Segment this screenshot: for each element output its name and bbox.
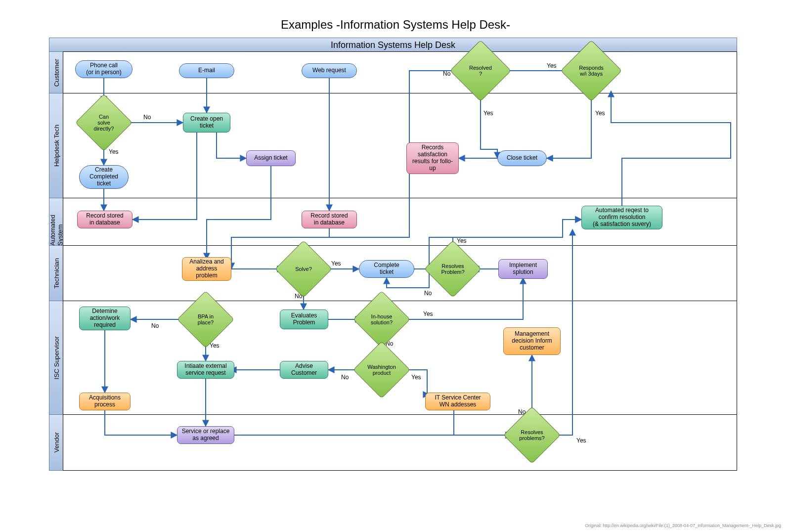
edge-label: Yes (576, 437, 586, 444)
node-completed: CreateCompletedticket (79, 165, 129, 189)
edge-label: Yes (483, 110, 493, 117)
edge-label: Yes (109, 148, 119, 155)
node-service: Service or replaceas agreed (177, 426, 234, 444)
node-closeticket: Close ticket (497, 150, 547, 166)
node-acquisitions: Acquisitionsprocess (79, 393, 131, 410)
lane-header-auto: Automated System (49, 198, 64, 246)
edge-label: No (443, 70, 450, 77)
edge-label: Yes (210, 342, 220, 349)
edge-label: No (424, 290, 432, 297)
lane-header-helpdesk: Helpdesk Tech (49, 93, 64, 199)
lane-header-vendor: Vendor (49, 414, 64, 471)
credit-text: Original: http://en.wikipedia.org/wiki/F… (585, 523, 781, 528)
node-analyze: Analizea andaddressproblem (182, 257, 231, 281)
node-autoreq: Automated reqest toconfirm resolution(& … (581, 206, 662, 229)
node-itservice: IT Service CenterWN addesses (425, 393, 490, 410)
node-resolvesprob: ResolvesProblem? (433, 249, 473, 289)
page-title: Examples -Information Systems Help Desk- (0, 18, 791, 32)
lane-body (63, 51, 737, 94)
edge-label: No (151, 322, 159, 329)
edge-label: Yes (331, 260, 341, 267)
edge-label: Yes (595, 110, 605, 117)
node-cansolve: Cansolvedirectly? (84, 102, 124, 143)
diagram-canvas: Examples -Information Systems Help Desk-… (0, 0, 791, 532)
node-satisfaction: Recordssatisfactionresults for follo-up (406, 142, 459, 174)
node-email: E-mail (179, 63, 234, 78)
node-record2: Record storedin database (302, 211, 357, 228)
node-initiate: Intiaate externalservice request (177, 361, 234, 379)
node-assign: Assign ticket (246, 150, 296, 166)
node-responds: Respondsw/i 3days (570, 49, 613, 92)
node-openticket: Create openticket (183, 113, 230, 133)
edge-label: No (341, 374, 349, 381)
edge-label: Yes (547, 62, 557, 69)
node-mgmt: Managementdecision Informcustomer (503, 327, 561, 355)
node-completetkt: Completeticket (359, 260, 414, 278)
node-evaluates: EvaluatesProblem (280, 310, 328, 329)
lane-body (63, 93, 737, 199)
edge-label: Yes (423, 310, 433, 317)
node-advise: AdviseCustomer (280, 361, 328, 379)
node-inhouse: In-housesolution? (361, 299, 402, 340)
node-phone: Phone call(or in person) (75, 60, 132, 78)
node-record1: Record storedin database (77, 211, 132, 228)
node-resolved: Resolved? (459, 49, 502, 92)
edge-label: Yes (457, 237, 467, 244)
lane-header-isc: ISC Supervisor (49, 301, 64, 415)
node-web: Web request (302, 63, 357, 78)
lane-header-customer: Customer (49, 51, 64, 94)
node-determine: Detemineaction/workrequired (79, 307, 131, 330)
node-resolvesproblems: Resolvesproblems? (512, 415, 552, 455)
node-implement: Implementsplution (498, 259, 548, 279)
pool-header: Information Systems Help Desk (49, 38, 737, 52)
edge-label: No (143, 114, 151, 121)
node-solve: Solve? (283, 249, 324, 289)
edge-label: Yes (411, 374, 421, 381)
node-washington: Washingtonproduct (361, 350, 402, 390)
lane-header-tech: Technician (49, 245, 64, 302)
node-bpa: BPA inplace? (185, 299, 226, 340)
lane-body (63, 414, 737, 471)
